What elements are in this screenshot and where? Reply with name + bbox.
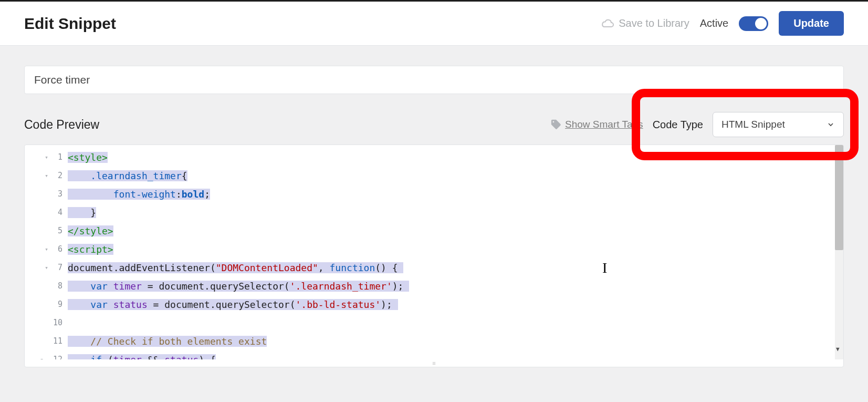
chevron-down-icon bbox=[827, 120, 835, 129]
gutter-line: ▾12 bbox=[25, 351, 68, 359]
fold-icon[interactable]: ▾ bbox=[43, 259, 48, 277]
line-number: 3 bbox=[58, 185, 62, 203]
cloud-icon bbox=[601, 18, 614, 29]
update-button[interactable]: Update bbox=[779, 11, 844, 36]
code-line[interactable]: font-weight:bold; bbox=[68, 185, 843, 203]
fold-icon[interactable]: ▾ bbox=[43, 240, 48, 259]
code-type-label: Code Type bbox=[653, 119, 703, 131]
code-line[interactable] bbox=[68, 314, 843, 332]
gutter-line: ▾6 bbox=[25, 240, 68, 259]
gutter-line: 8 bbox=[25, 277, 68, 295]
resize-handle-icon[interactable]: ≡ bbox=[429, 359, 440, 367]
snippet-title-input[interactable] bbox=[24, 66, 844, 94]
gutter-line: ▾7 bbox=[25, 259, 68, 277]
active-toggle[interactable] bbox=[739, 16, 768, 31]
fold-icon[interactable]: ▾ bbox=[38, 351, 44, 359]
gutter-line: ▾1 bbox=[25, 148, 68, 167]
code-type-value: HTML Snippet bbox=[721, 119, 785, 130]
preview-controls: Show Smart Tags Code Type HTML Snippet bbox=[550, 112, 844, 137]
fold-icon[interactable]: ▾ bbox=[43, 148, 48, 167]
tag-icon bbox=[550, 119, 562, 130]
content-area: Code Preview Show Smart Tags Code Type H… bbox=[0, 46, 868, 367]
line-number: 12 bbox=[53, 351, 62, 359]
smart-tags-link[interactable]: Show Smart Tags bbox=[565, 119, 643, 130]
line-number: 11 bbox=[53, 332, 62, 351]
page-title: Edit Snippet bbox=[24, 15, 116, 33]
scrollbar-track[interactable]: ▼ bbox=[835, 145, 843, 359]
line-number: 7 bbox=[58, 259, 62, 277]
preview-header-row: Code Preview Show Smart Tags Code Type H… bbox=[24, 112, 844, 137]
code-line[interactable]: var status = document.querySelector('.bb… bbox=[68, 295, 843, 314]
code-line[interactable]: .learndash_timer{ bbox=[68, 167, 843, 185]
gutter-line: 3 bbox=[25, 185, 68, 203]
line-number: 1 bbox=[58, 148, 62, 167]
code-line[interactable]: var timer = document.querySelector('.lea… bbox=[68, 277, 843, 295]
line-number: 6 bbox=[58, 240, 62, 259]
code-type-group: Code Type HTML Snippet bbox=[653, 112, 844, 137]
gutter-line: 11 bbox=[25, 332, 68, 351]
gutter-line: 10 bbox=[25, 314, 68, 332]
editor-code-area[interactable]: <style> .learndash_timer{ font-weight:bo… bbox=[68, 145, 843, 359]
scrollbar-thumb[interactable] bbox=[835, 145, 843, 250]
gutter-line: 5 bbox=[25, 222, 68, 240]
line-number: 10 bbox=[53, 314, 62, 332]
code-line[interactable]: if (timer && status) { bbox=[68, 351, 843, 359]
line-number: 9 bbox=[58, 295, 62, 314]
code-line[interactable]: } bbox=[68, 203, 843, 222]
code-line[interactable]: </style> bbox=[68, 222, 843, 240]
page-header: Edit Snippet Save to Library Active Upda… bbox=[0, 2, 868, 46]
code-preview-heading: Code Preview bbox=[24, 118, 99, 132]
gutter-line: ▾2 bbox=[25, 167, 68, 185]
fold-icon[interactable]: ▾ bbox=[43, 167, 48, 185]
line-number: 5 bbox=[58, 222, 62, 240]
line-number: 8 bbox=[58, 277, 62, 295]
code-line[interactable]: <style> bbox=[68, 148, 843, 167]
editor-gutter: ▾1▾2345▾6▾7891011▾12 bbox=[25, 145, 68, 359]
toggle-knob bbox=[755, 18, 767, 29]
save-to-library-label: Save to Library bbox=[619, 17, 689, 29]
save-to-library[interactable]: Save to Library bbox=[601, 17, 689, 29]
code-line[interactable]: // Check if both elements exist bbox=[68, 332, 843, 351]
line-number: 4 bbox=[58, 203, 62, 222]
header-actions: Save to Library Active Update bbox=[601, 11, 844, 36]
scroll-down-icon[interactable]: ▼ bbox=[836, 346, 842, 352]
active-label: Active bbox=[700, 17, 728, 29]
code-line[interactable]: document.addEventListener("DOMContentLoa… bbox=[68, 259, 843, 277]
code-editor[interactable]: ▾1▾2345▾6▾7891011▾12 <style> .learndash_… bbox=[24, 145, 844, 367]
line-number: 2 bbox=[58, 167, 62, 185]
show-smart-tags[interactable]: Show Smart Tags bbox=[550, 119, 643, 130]
code-type-dropdown[interactable]: HTML Snippet bbox=[713, 112, 844, 137]
gutter-line: 9 bbox=[25, 295, 68, 314]
code-line[interactable]: <script> bbox=[68, 240, 843, 259]
gutter-line: 4 bbox=[25, 203, 68, 222]
